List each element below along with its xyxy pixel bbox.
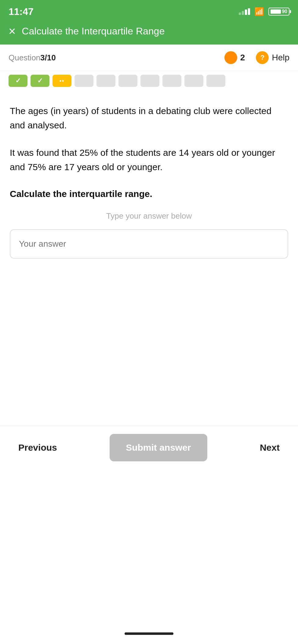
progress-dot-5 — [96, 75, 115, 87]
battery-level: 90 — [282, 9, 287, 14]
progress-dot-7 — [140, 75, 159, 87]
help-icon: ? — [256, 51, 269, 64]
header-title: Calculate the Interquartile Range — [22, 26, 165, 37]
next-button[interactable]: Next — [253, 436, 287, 459]
progress-dot-1: ✓ — [9, 75, 27, 87]
close-button[interactable]: × — [9, 25, 16, 37]
status-time: 11:47 — [9, 6, 34, 17]
main-content: The ages (in years) of students in a deb… — [0, 93, 298, 425]
question-meta: Question 3/10 2 ? Help — [0, 45, 298, 71]
question-paragraph-2: It was found that 25% of the students ar… — [10, 146, 288, 174]
battery-indicator: 90 — [268, 8, 289, 16]
question-paragraph-1: The ages (in years) of students in a deb… — [10, 104, 288, 132]
submit-button[interactable]: Submit answer — [110, 434, 207, 461]
progress-dot-2: ✓ — [31, 75, 49, 87]
status-icons: 📶 90 — [239, 7, 289, 16]
progress-dot-3: •• — [53, 75, 71, 87]
coin-icon — [224, 51, 237, 64]
wifi-icon: 📶 — [254, 7, 264, 16]
help-button[interactable]: ? Help — [256, 51, 289, 64]
help-label: Help — [272, 53, 289, 63]
progress-dot-10 — [206, 75, 225, 87]
progress-row: ✓ ✓ •• — [0, 71, 298, 93]
question-progress: 3/10 — [40, 53, 56, 63]
progress-dot-4 — [74, 75, 93, 87]
answer-input[interactable] — [10, 229, 288, 259]
home-indicator — [125, 632, 173, 635]
coin-count: 2 — [240, 53, 245, 63]
coins-badge: 2 — [224, 51, 245, 64]
previous-button[interactable]: Previous — [11, 436, 64, 459]
progress-dot-8 — [162, 75, 181, 87]
progress-dot-6 — [118, 75, 137, 87]
progress-dot-9 — [184, 75, 203, 87]
header: × Calculate the Interquartile Range — [0, 22, 298, 45]
status-bar: 11:47 📶 90 — [0, 0, 298, 22]
question-task: Calculate the interquartile range. — [10, 188, 288, 200]
answer-prompt: Type your answer below — [10, 211, 288, 221]
bottom-nav: Previous Submit answer Next — [0, 425, 298, 472]
question-label: Question — [9, 53, 40, 63]
signal-icon — [239, 8, 250, 15]
home-indicator-row — [0, 626, 298, 644]
spacer — [0, 472, 298, 627]
